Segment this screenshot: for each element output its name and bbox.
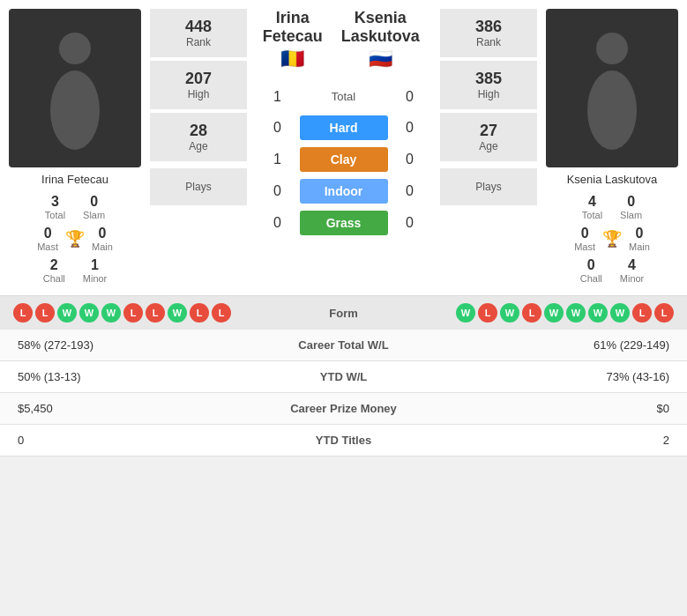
player2-mast: 0 Mast — [574, 226, 595, 252]
clay-row: 1 Clay 0 — [256, 147, 431, 172]
form-badge-l: L — [13, 303, 33, 323]
player1-main: 0 Main — [92, 226, 113, 252]
player2-chall: 0 Chall — [580, 257, 602, 284]
stat-line-label-1: YTD W/L — [256, 370, 432, 383]
total-row: 1 Total 0 — [256, 85, 431, 108]
center-section: Irina Fetecau 🇷🇴 Ksenia Laskutova 🇷🇺 1 T… — [247, 9, 440, 286]
player1-name: Irina Fetecau — [41, 173, 108, 186]
form-badge-l: L — [522, 303, 541, 323]
p2-grass-score: 0 — [397, 215, 423, 231]
player2-minor: 4 Minor — [620, 257, 645, 284]
svg-point-0 — [59, 33, 91, 64]
form-badge-w: W — [566, 303, 586, 323]
stat-line-p1-0: 58% (272-193) — [18, 338, 256, 352]
player1-total: 3 Total — [45, 194, 65, 220]
player2-mid-panel: 386 Rank 385 High 27 Age Plays — [440, 9, 537, 286]
p2-hard-score: 0 — [397, 120, 423, 136]
player2-trophy-icon: 🏆 — [602, 229, 622, 249]
form-badge-w: W — [544, 303, 564, 323]
hard-row: 0 Hard 0 — [256, 115, 431, 140]
player1-photo — [9, 9, 141, 167]
player1-minor: 1 Minor — [83, 257, 108, 284]
form-badge-l: L — [654, 303, 674, 323]
player2-high-box: 385 High — [440, 61, 537, 109]
center-player1-name: Irina Fetecau — [256, 9, 330, 46]
stat-line-p1-1: 50% (13-13) — [18, 370, 256, 383]
form-badge-l: L — [190, 303, 209, 323]
svg-point-3 — [587, 71, 637, 150]
player2-name: Ksenia Laskutova — [567, 173, 658, 186]
stat-line-p2-2: $0 — [432, 402, 670, 415]
svg-point-2 — [596, 33, 628, 64]
player2-total: 4 Total — [582, 194, 602, 220]
grass-label: Grass — [300, 211, 388, 235]
form-badge-w: W — [588, 303, 608, 323]
p2-indoor-score: 0 — [397, 183, 423, 199]
player1-chall: 2 Chall — [43, 257, 65, 284]
form-badge-w: W — [168, 303, 187, 323]
p2-clay-score: 0 — [397, 152, 423, 167]
p1-total-score: 1 — [265, 89, 291, 105]
player1-silhouette — [40, 26, 110, 150]
player1-stats: 3 Total 0 Slam 0 Mast 🏆 0 — [0, 191, 150, 286]
form-badge-l: L — [123, 303, 143, 323]
form-badge-w: W — [500, 303, 519, 323]
center-player2-name: Ksenia Laskutova — [330, 9, 431, 46]
player2-form-badges: WLWLWWWWLL — [423, 303, 675, 323]
p1-clay-score: 1 — [265, 152, 291, 167]
player1-rank-box: 448 Rank — [150, 9, 247, 57]
player1-mid-panel: 448 Rank 207 High 28 Age Plays — [150, 9, 247, 286]
player2-age-box: 27 Age — [440, 113, 537, 161]
main-container: Irina Fetecau 3 Total 0 Slam 0 Mast — [0, 0, 687, 456]
player2-row2: 0 Chall 4 Minor — [580, 257, 645, 284]
player1-card: Irina Fetecau 3 Total 0 Slam 0 Mast — [0, 9, 150, 286]
form-badge-l: L — [146, 303, 165, 323]
p1-indoor-score: 0 — [265, 183, 291, 199]
player2-trophy-row: 0 Mast 🏆 0 Main — [574, 226, 650, 252]
stat-line-p2-3: 2 — [432, 434, 670, 447]
form-section: LLWWWLLWLL Form WLWLWWWWLL — [0, 296, 687, 330]
form-badge-l: L — [212, 303, 231, 323]
form-badge-w: W — [79, 303, 99, 323]
player2-main: 0 Main — [629, 226, 650, 252]
player1-flag: 🇷🇴 — [256, 48, 330, 71]
form-badge-w: W — [57, 303, 77, 323]
player2-slam: 0 Slam — [620, 194, 642, 220]
grass-row: 0 Grass 0 — [256, 211, 431, 235]
stat-line-1: 50% (13-13) YTD W/L 73% (43-16) — [0, 361, 687, 393]
stat-line-3: 0 YTD Titles 2 — [0, 425, 687, 456]
player1-row1: 3 Total 0 Slam — [45, 194, 105, 220]
player2-silhouette — [577, 26, 647, 150]
form-badge-l: L — [632, 303, 652, 323]
form-label: Form — [265, 307, 423, 320]
player1-trophy-row: 0 Mast 🏆 0 Main — [37, 226, 113, 252]
stat-line-2: $5,450 Career Prize Money $0 — [0, 393, 687, 425]
player1-row2: 2 Chall 1 Minor — [43, 257, 108, 284]
player1-age-box: 28 Age — [150, 113, 247, 161]
hard-label: Hard — [300, 115, 388, 140]
player2-rank-box: 386 Rank — [440, 9, 537, 57]
player1-mast: 0 Mast — [37, 226, 58, 252]
player2-stats: 4 Total 0 Slam 0 Mast 🏆 0 — [537, 191, 687, 286]
bottom-stats: LLWWWLLWLL Form WLWLWWWWLL 58% (272-193)… — [0, 295, 687, 456]
top-section: Irina Fetecau 3 Total 0 Slam 0 Mast — [0, 0, 687, 295]
clay-label: Clay — [300, 147, 388, 172]
stat-line-p1-3: 0 — [18, 434, 256, 447]
indoor-label: Indoor — [300, 179, 388, 204]
total-label: Total — [300, 85, 388, 108]
player2-card: Ksenia Laskutova 4 Total 0 Slam 0 Mast — [537, 9, 687, 286]
p1-grass-score: 0 — [265, 215, 291, 231]
p1-hard-score: 0 — [265, 120, 291, 136]
stat-line-0: 58% (272-193) Career Total W/L 61% (229-… — [0, 330, 687, 361]
p2-total-score: 0 — [397, 89, 423, 105]
stat-line-label-2: Career Prize Money — [256, 402, 432, 415]
player1-form-badges: LLWWWLLWLL — [13, 303, 265, 323]
stat-line-p1-2: $5,450 — [18, 402, 256, 415]
player1-trophy-icon: 🏆 — [65, 229, 85, 249]
svg-point-1 — [50, 71, 100, 150]
indoor-row: 0 Indoor 0 — [256, 179, 431, 204]
player2-flag: 🇷🇺 — [330, 48, 431, 71]
form-badge-w: W — [101, 303, 121, 323]
player2-plays-box: Plays — [440, 168, 537, 205]
form-badge-w: W — [610, 303, 630, 323]
